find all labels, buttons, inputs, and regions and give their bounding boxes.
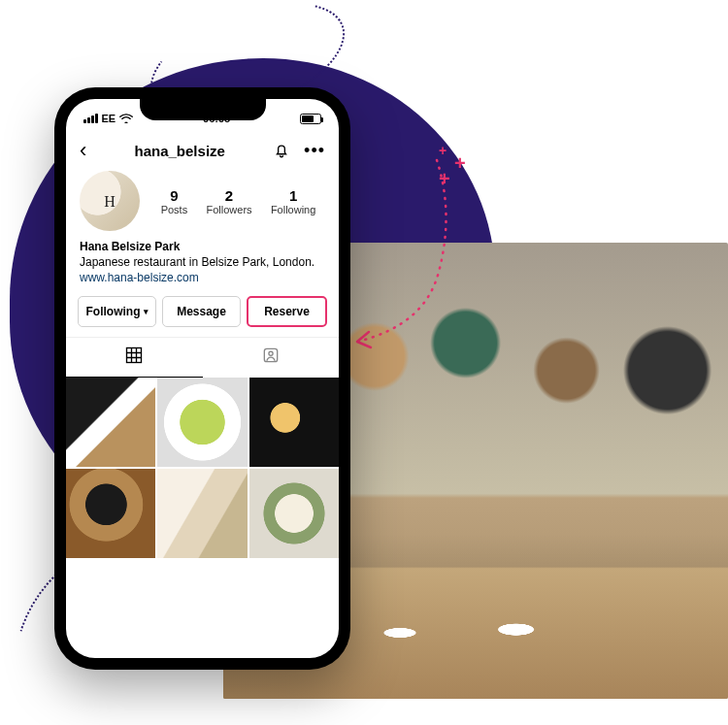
avatar[interactable]: [80, 171, 140, 231]
post-thumbnail[interactable]: [157, 469, 247, 558]
following-button[interactable]: Following ▾: [78, 296, 156, 327]
message-button-label: Message: [177, 305, 226, 318]
tab-grid[interactable]: [66, 338, 203, 378]
carrier-label: EE: [102, 113, 116, 124]
profile-header: ‹ hana_belsize •••: [66, 130, 339, 167]
phone-screen: EE 06:08 ‹ hana_belsize •••: [66, 99, 339, 658]
stat-following-count: 1: [271, 187, 315, 204]
post-thumbnail[interactable]: [249, 378, 339, 467]
svg-point-2: [269, 351, 273, 355]
cellular-signal-icon: [83, 114, 98, 123]
stat-following-label: Following: [271, 204, 315, 215]
following-button-label: Following: [86, 305, 141, 318]
stat-posts-count: 9: [161, 187, 188, 204]
phone-frame: EE 06:08 ‹ hana_belsize •••: [54, 87, 350, 670]
display-name: Hana Belsize Park: [80, 239, 325, 254]
battery-icon: [300, 114, 321, 124]
stat-following[interactable]: 1 Following: [271, 187, 315, 215]
profile-bio: Hana Belsize Park Japanese restaurant in…: [66, 235, 339, 294]
profile-tabs: [66, 337, 339, 378]
post-thumbnail[interactable]: [249, 469, 339, 558]
bio-website-link[interactable]: www.hana-belsize.com: [80, 270, 325, 285]
svg-rect-0: [127, 347, 142, 362]
back-button[interactable]: ‹: [80, 140, 86, 161]
more-options-icon[interactable]: •••: [304, 142, 325, 159]
stat-followers[interactable]: 2 Followers: [206, 187, 251, 215]
posts-grid: [66, 378, 339, 559]
chevron-down-icon: ▾: [144, 307, 149, 316]
profile-stats-row: 9 Posts 2 Followers 1 Following: [66, 167, 339, 235]
stat-posts[interactable]: 9 Posts: [161, 187, 188, 215]
bio-description: Japanese restaurant in Belsize Park, Lon…: [80, 254, 325, 270]
username-title: hana_belsize: [94, 143, 265, 159]
stat-posts-label: Posts: [161, 204, 188, 215]
grid-icon: [124, 346, 144, 365]
tab-tagged[interactable]: [203, 338, 340, 378]
post-thumbnail[interactable]: [157, 378, 247, 467]
phone-notch: [140, 99, 266, 120]
reserve-button-label: Reserve: [264, 305, 310, 318]
notifications-bell-icon[interactable]: [273, 142, 290, 159]
profile-action-row: Following ▾ Message Reserve: [66, 294, 339, 337]
stat-followers-label: Followers: [206, 204, 251, 215]
post-thumbnail[interactable]: [66, 469, 155, 558]
post-thumbnail[interactable]: [66, 378, 155, 467]
reserve-button[interactable]: Reserve: [247, 296, 327, 327]
tagged-icon: [261, 346, 281, 365]
wifi-icon: [119, 114, 133, 123]
message-button[interactable]: Message: [162, 296, 241, 327]
stat-followers-count: 2: [206, 187, 251, 204]
